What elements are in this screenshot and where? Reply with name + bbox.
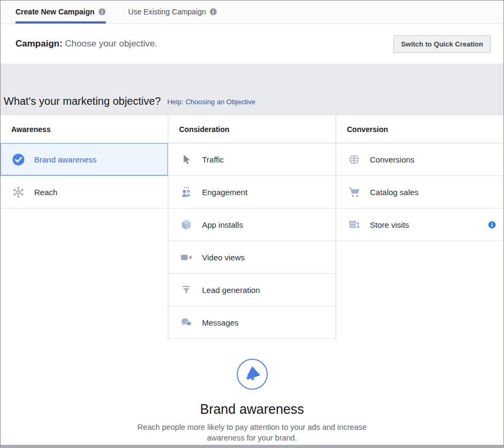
objective-heading: What's your marketing objective? [4, 95, 161, 107]
campaign-step-description: Choose your objective. [65, 38, 158, 49]
objective-item-label: Conversions [370, 155, 496, 164]
traffic-icon [179, 152, 193, 166]
catalog-sales-icon [347, 185, 361, 199]
column-awareness: Awareness Brand awareness [1, 115, 168, 339]
objective-item-engagement[interactable]: Engagement [168, 176, 336, 208]
objective-item-label: Messages [202, 318, 328, 327]
campaign-tabbar: Create New Campaign Use Existing Campaig… [1, 1, 503, 24]
campaign-creation-panel: Create New Campaign Use Existing Campaig… [0, 0, 504, 448]
column-consideration-title: Consideration [168, 115, 336, 143]
objective-item-label: Store visits [370, 220, 488, 229]
column-awareness-title: Awareness [1, 115, 168, 143]
campaign-step-title: Campaign: Choose your objective. [15, 38, 158, 49]
info-icon[interactable] [210, 8, 217, 16]
objective-item-label: Catalog sales [370, 188, 496, 197]
objective-item-app-installs[interactable]: App installs [168, 208, 336, 241]
conversions-icon [347, 152, 361, 166]
campaign-header: Campaign: Choose your objective. Switch … [1, 24, 503, 64]
store-visits-icon [347, 218, 361, 231]
column-conversion: Conversion Conversions [336, 115, 503, 339]
engagement-icon [179, 185, 193, 199]
objective-item-catalog-sales[interactable]: Catalog sales [336, 176, 503, 208]
objective-item-label: Engagement [202, 188, 328, 197]
objective-item-label: Reach [34, 188, 160, 197]
tab-use-existing-campaign-label: Use Existing Campaign [128, 7, 206, 16]
app-installs-icon [179, 218, 193, 231]
objective-item-traffic[interactable]: Traffic [168, 143, 336, 176]
messages-icon [179, 315, 193, 329]
video-views-icon [179, 250, 193, 264]
info-icon[interactable] [98, 8, 106, 16]
preview-title: Brand awareness [1, 401, 503, 417]
tab-use-existing-campaign[interactable]: Use Existing Campaign [128, 1, 218, 24]
reach-icon [11, 185, 25, 199]
column-consideration: Consideration Traffic Engagement [168, 115, 336, 339]
objective-item-conversions[interactable]: Conversions [336, 143, 503, 176]
objective-item-messages[interactable]: Messages [168, 306, 336, 339]
objective-band: What's your marketing objective? Help: C… [1, 64, 503, 115]
check-circle-icon [11, 152, 25, 166]
objective-item-label: Traffic [202, 155, 328, 164]
objective-item-store-visits[interactable]: Store visits [336, 208, 503, 241]
switch-to-quick-creation-button[interactable]: Switch to Quick Creation [393, 35, 491, 53]
tab-create-new-campaign[interactable]: Create New Campaign [15, 1, 106, 24]
preview-description: Reach people more likely to pay attentio… [125, 422, 380, 443]
objective-item-label: Brand awareness [34, 155, 160, 164]
objective-item-label: Lead generation [202, 285, 328, 295]
objective-item-label: Video views [202, 253, 328, 262]
lead-generation-icon [179, 283, 193, 297]
store-visits-info-icon[interactable] [488, 221, 496, 229]
column-conversion-title: Conversion [336, 115, 503, 143]
objective-item-lead-generation[interactable]: Lead generation [168, 274, 336, 306]
objective-item-reach[interactable]: Reach [1, 176, 168, 208]
objective-item-brand-awareness[interactable]: Brand awareness [1, 143, 168, 176]
objective-columns: Awareness Brand awareness [1, 115, 503, 339]
campaign-step-label: Campaign: [15, 38, 63, 49]
objective-preview: Brand awareness Reach people more likely… [1, 339, 503, 445]
megaphone-icon [237, 359, 268, 390]
objective-item-video-views[interactable]: Video views [168, 241, 336, 274]
tab-create-new-campaign-label: Create New Campaign [15, 7, 95, 16]
help-choosing-objective-link[interactable]: Help: Choosing an Objective [167, 98, 255, 107]
objective-item-label: App installs [202, 220, 328, 229]
